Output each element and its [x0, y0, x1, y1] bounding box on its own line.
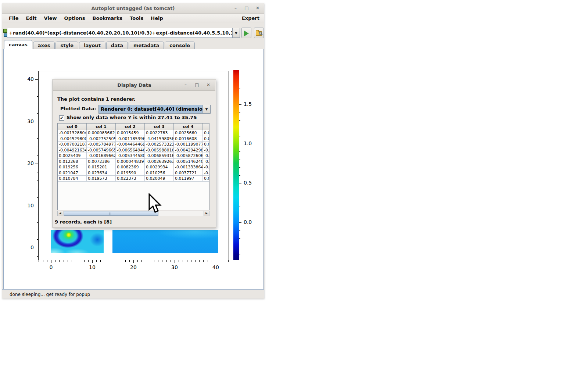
table-row[interactable]: -0.001328804...0.0000836620.00154590.002…: [58, 130, 209, 136]
column-header-5[interactable]: [203, 124, 209, 130]
table-cell[interactable]: -0.005988016...: [145, 147, 174, 153]
table-cell[interactable]: -0.0: [203, 159, 209, 165]
table-cell[interactable]: -0.004921634...: [58, 147, 87, 153]
scroll-left-icon[interactable]: ◀: [58, 211, 63, 216]
tab-console[interactable]: console: [165, 42, 195, 49]
table-cell[interactable]: 0.00: [203, 176, 209, 182]
table-cell[interactable]: 0.0016608: [174, 136, 203, 142]
table-cell[interactable]: 0.00: [203, 136, 209, 142]
scrollbar-track[interactable]: [63, 211, 204, 216]
table-cell[interactable]: 0.019256: [58, 164, 87, 170]
table-cell[interactable]: -0.0: [203, 153, 209, 159]
table-cell[interactable]: -0.005344580...: [116, 153, 145, 159]
tab-metadata[interactable]: metadata: [129, 42, 164, 49]
table-cell[interactable]: -0.0: [203, 164, 209, 170]
table-cell[interactable]: -4.041598058...: [145, 136, 174, 142]
table-row[interactable]: 0.0107840.0195730.0223730.0200490.011997…: [58, 176, 209, 182]
dialog-maximize-icon[interactable]: □: [194, 82, 200, 88]
tab-canvas[interactable]: canvas: [4, 40, 32, 49]
menu-item-edit[interactable]: Edit: [22, 14, 40, 23]
table-cell[interactable]: -0.004294298...: [174, 147, 203, 153]
filter-checkbox[interactable]: ✔: [59, 115, 64, 121]
column-header-1[interactable]: col 1: [87, 124, 116, 130]
table-cell[interactable]: 0.000044839: [116, 159, 145, 165]
table-cell[interactable]: 0.022373: [116, 176, 145, 182]
column-header-2[interactable]: col 2: [116, 124, 145, 130]
column-header-4[interactable]: col 4: [174, 124, 203, 130]
table-cell[interactable]: 0.023634: [87, 170, 116, 176]
table-cell[interactable]: -0.005784977...: [87, 142, 116, 147]
table-cell[interactable]: -0.0: [203, 147, 209, 153]
dialog-title-bar[interactable]: Display Data – □ ✕: [53, 80, 215, 91]
table-cell[interactable]: 0.0022783: [145, 130, 174, 136]
minimize-icon[interactable]: –: [232, 5, 239, 11]
table-cell[interactable]: -0.001333864...: [174, 164, 203, 170]
table-cell[interactable]: -0.005749665...: [87, 147, 116, 153]
menu-item-help[interactable]: Help: [147, 14, 166, 23]
table-cell[interactable]: -0.001199077...: [174, 142, 203, 147]
table-cell[interactable]: -0.001328804...: [58, 130, 87, 136]
tab-data[interactable]: data: [106, 42, 128, 49]
close-icon[interactable]: ✕: [254, 5, 261, 11]
title-bar[interactable]: Autoplot untagged (as tomcat) – □ ✕: [2, 3, 264, 14]
table-row[interactable]: -0.004529800...-0.002752505...-0.0011853…: [58, 136, 209, 142]
table-cell[interactable]: -0.002639263...: [145, 159, 174, 165]
data-table[interactable]: col 0col 1col 2col 3col 4 -0.001328804..…: [57, 123, 209, 210]
table-cell[interactable]: -0.002752505...: [87, 136, 116, 142]
table-cell[interactable]: -0.0: [203, 170, 209, 176]
table-row[interactable]: 0.0210470.0236340.0195900.0102560.003772…: [58, 170, 209, 176]
table-cell[interactable]: 0.019573: [87, 176, 116, 182]
table-row[interactable]: 0.0122680.00723860.000044839-0.002639263…: [58, 159, 209, 165]
table-cell[interactable]: 0.0072386: [87, 159, 116, 165]
table-cell[interactable]: 0.010256: [145, 170, 174, 176]
table-cell[interactable]: -0.004464469...: [116, 142, 145, 147]
table-row[interactable]: -0.007002187...-0.005784977...-0.0044644…: [58, 142, 209, 147]
table-cell[interactable]: 0.0015459: [116, 130, 145, 136]
table-cell[interactable]: 0.00: [203, 142, 209, 147]
menu-item-tools[interactable]: Tools: [126, 14, 147, 23]
uri-dropdown-icon[interactable]: ▼: [232, 28, 240, 38]
table-cell[interactable]: 0.0082369: [116, 164, 145, 170]
table-row[interactable]: -0.004921634...-0.005749665...-0.0065649…: [58, 147, 209, 153]
table-cell[interactable]: 0.0037721: [174, 170, 203, 176]
table-row[interactable]: 0.0192560.0152010.00823690.0029934-0.001…: [58, 164, 209, 170]
table-cell[interactable]: 0.0029934: [145, 164, 174, 170]
table-cell[interactable]: 0.021047: [58, 170, 87, 176]
inspect-uri-button[interactable]: [254, 28, 264, 38]
scrollbar-thumb[interactable]: [64, 211, 158, 216]
table-cell[interactable]: -0.004529800...: [58, 136, 87, 142]
table-cell[interactable]: -0.001185396...: [116, 136, 145, 142]
table-cell[interactable]: -0.005146240...: [174, 159, 203, 165]
table-cell[interactable]: 0.011997: [174, 176, 203, 182]
table-cell[interactable]: -0.001689662...: [87, 153, 116, 159]
tab-style[interactable]: style: [55, 42, 78, 49]
dialog-close-icon[interactable]: ✕: [205, 82, 212, 88]
menu-item-view[interactable]: View: [40, 14, 60, 23]
menu-item-file[interactable]: File: [5, 14, 22, 23]
column-header-0[interactable]: col 0: [58, 124, 87, 130]
go-button[interactable]: [241, 28, 251, 38]
horizontal-scrollbar[interactable]: ◀ ▶: [57, 211, 209, 216]
table-row[interactable]: 0.0025409-0.001689662...-0.005344580...-…: [58, 153, 209, 159]
uri-input[interactable]: +rand(40,40)*(exp(-distance(40,40,20,20,…: [7, 28, 232, 38]
table-cell[interactable]: 0.015201: [87, 164, 116, 170]
maximize-icon[interactable]: □: [243, 5, 250, 11]
tab-layout[interactable]: layout: [79, 42, 105, 49]
dialog-minimize-icon[interactable]: –: [182, 82, 189, 88]
table-cell[interactable]: 0.020049: [145, 176, 174, 182]
table-cell[interactable]: 0.000083662: [87, 130, 116, 136]
table-cell[interactable]: -0.005872606...: [174, 153, 203, 159]
scroll-right-icon[interactable]: ▶: [204, 211, 209, 216]
combobox-dropdown-icon[interactable]: ▼: [202, 105, 210, 113]
table-cell[interactable]: -0.006564946...: [116, 147, 145, 153]
column-header-3[interactable]: col 3: [145, 124, 174, 130]
table-cell[interactable]: 0.010784: [58, 176, 87, 182]
menu-item-options[interactable]: Options: [61, 14, 89, 23]
plotted-data-combobox[interactable]: Renderer 0: dataset[40,40] (dimension...…: [98, 105, 211, 114]
table-cell[interactable]: -0.007002187...: [58, 142, 87, 147]
table-cell[interactable]: -0.002573321...: [145, 142, 174, 147]
menu-expert[interactable]: Expert: [242, 15, 259, 21]
table-cell[interactable]: 0.019590: [116, 170, 145, 176]
tab-axes[interactable]: axes: [33, 42, 55, 49]
table-cell[interactable]: -0.006859316...: [145, 153, 174, 159]
